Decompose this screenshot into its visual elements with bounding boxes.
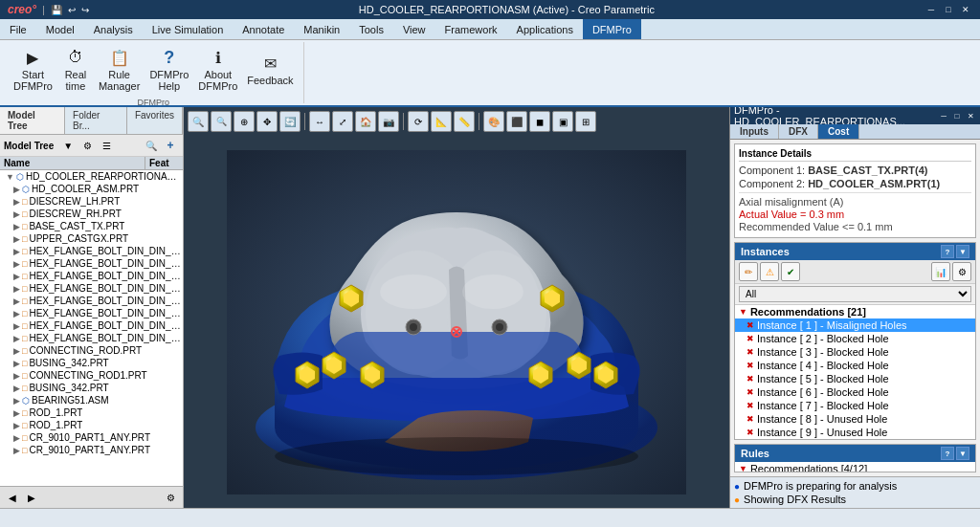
inst-warning-btn[interactable]: ⚠ [760,262,779,281]
tree-item[interactable]: ▶ ⬡ HD_COOLER_ASM.PRT [0,183,183,195]
tree-item[interactable]: ▶ □ ROD_1.PRT [0,406,183,419]
tree-item[interactable]: ▶ □ HEX_FLANGE_BOLT_DIN_DIN_6-5242.PRT [0,307,183,319]
menu-analysis[interactable]: Analysis [84,19,143,39]
rules-help-btn[interactable]: ? [941,447,954,460]
instances-group-header[interactable]: ▼ Recommendations [21] [735,305,975,318]
model-tree[interactable]: ▼ ⬡ HD_COOLER_REARPORTIONASM.ASM ▶ ⬡ HD_… [0,170,183,486]
rules-list[interactable]: ▼ Recommendations [4/12] ▼ Critical [3/1… [735,462,975,472]
expand-tree-btn[interactable]: ▼ [59,137,77,154]
tree-item[interactable]: ▶ □ HEX_FLANGE_BOLT_DIN_DIN_6-5242.PRT [0,245,183,257]
vp-home[interactable]: 🏠 [355,111,376,132]
instances-filter-select[interactable]: All Critical High Medium Low [739,286,971,302]
maximize-btn[interactable]: □ [942,3,955,16]
inst-check-btn[interactable]: ✔ [781,262,800,281]
dfmpro-minimize[interactable]: ─ [938,110,949,121]
tree-item[interactable]: ▶ □ BASE_CAST_TX.PRT [0,220,183,232]
tab-folder-browser[interactable]: Folder Br... [65,107,127,134]
instance-item-1[interactable]: ✖ Instance [ 1 ] - Misaligned Holes [735,318,975,332]
tab-inputs[interactable]: Inputs [730,124,779,139]
instance-item-2[interactable]: ✖ Instance [ 2 ] - Blocked Hole [735,332,975,345]
inst-pencil-btn[interactable]: ✏ [739,262,758,281]
quick-access-redo[interactable]: ↪ [81,5,89,15]
vp-zoom-fit[interactable]: ⊕ [234,111,255,132]
tree-settings-btn[interactable]: ⚙ [78,137,96,154]
instance-item-9[interactable]: ✖ Instance [ 9 ] - Unused Hole [735,426,975,439]
tree-item[interactable]: ▶ □ HEX_FLANGE_BOLT_DIN_DIN_6-5257.PRT [0,332,183,344]
tree-item[interactable]: ▶ □ ROD_1.PRT [0,419,183,431]
tree-item[interactable]: ▼ ⬡ HD_COOLER_REARPORTIONASM.ASM [0,170,183,183]
tree-item[interactable]: ▶ □ HEX_FLANGE_BOLT_DIN_DIN_6-5242.PRT [0,257,183,270]
rules-config-btn[interactable]: ▼ [956,447,969,460]
dfmpro-close[interactable]: ✕ [965,110,976,121]
tree-item[interactable]: ▶ □ BUSING_342.PRT [0,382,183,394]
ribbon-btn-about[interactable]: ℹ About DFMPro [194,44,241,94]
lp-bottom-btn2[interactable]: ▶ [23,489,40,506]
tree-item[interactable]: ▶ □ DIESCREW_RH.PRT [0,208,183,220]
instance-item-5[interactable]: ✖ Instance [ 5 ] - Blocked Hole [735,372,975,385]
menu-applications[interactable]: Applications [507,19,583,39]
tree-item[interactable]: ▶ □ UPPER_CASTGX.PRT [0,232,183,245]
instance-item-3[interactable]: ✖ Instance [ 3 ] - Blocked Hole [735,345,975,359]
instances-list[interactable]: ▼ Recommendations [21] ✖ Instance [ 1 ] … [735,305,975,439]
tab-cost[interactable]: Cost [818,124,859,139]
vp-camera[interactable]: 📷 [378,111,399,132]
tree-item[interactable]: ▶ □ BUSING_342.PRT [0,357,183,369]
vp-rotate[interactable]: 🔄 [279,111,301,132]
tree-item[interactable]: ▶ □ CONNECTING_ROD.PRT [0,344,183,357]
instance-item-7[interactable]: ✖ Instance [ 7 ] - Blocked Hole [735,399,975,412]
ribbon-btn-realtime[interactable]: ⏱ Real time [58,44,93,94]
ribbon-btn-start[interactable]: ▶ Start DFMPro [10,44,56,94]
vp-measure[interactable]: 📐 [431,111,452,132]
tree-item[interactable]: ▶ □ CR_9010_PART1_ANY.PRT [0,431,183,444]
inst-settings-btn[interactable]: ⚙ [952,262,971,281]
inst-export-btn[interactable]: 📊 [931,262,950,281]
tree-item[interactable]: ▶ □ HEX_FLANGE_BOLT_DIN_DIN_6-5242.PRT [0,270,183,282]
menu-model[interactable]: Model [36,19,84,39]
minimize-btn[interactable]: ─ [924,3,938,16]
tree-filter-btn[interactable]: ☰ [98,137,115,154]
instance-item-8[interactable]: ✖ Instance [ 8 ] - Unused Hole [735,412,975,426]
tree-item[interactable]: ▶ □ HEX_FLANGE_BOLT_DIN_DIN_6-5242.PRT [0,282,183,295]
viewport[interactable]: 🔍 🔍 ⊕ ✥ 🔄 ↔ ⤢ 🏠 📷 ⟳ 📐 📏 🎨 ⬛ ◼ ▣ ⊞ [184,107,729,508]
tree-item[interactable]: ▶ □ HEX_FLANGE_BOLT_DIN_DIN_6-5257.PRT [0,319,183,332]
menu-dfmpro[interactable]: DFMPro [583,19,641,39]
lp-bottom-settings[interactable]: ⚙ [162,489,179,506]
tree-item[interactable]: ▶ □ CR_9010_PART1_ANY.PRT [0,444,183,456]
menu-live-simulation[interactable]: Live Simulation [143,19,234,39]
rule-recommendations[interactable]: ▼ Recommendations [4/12] [735,462,975,472]
vp-grid[interactable]: ⊞ [575,111,596,132]
instances-help-btn[interactable]: ? [941,245,954,258]
vp-wireframe[interactable]: ⬛ [506,111,527,132]
vp-zoom-in[interactable]: 🔍 [188,111,209,132]
vp-zoom-out[interactable]: 🔍 [211,111,232,132]
vp-view2[interactable]: ⤢ [332,111,353,132]
vp-dimension[interactable]: 📏 [454,111,475,132]
menu-manikin[interactable]: Manikin [294,19,349,39]
vp-shaded2[interactable]: ▣ [552,111,573,132]
vp-view1[interactable]: ↔ [309,111,330,132]
tree-item[interactable]: ▶ □ DIESCREW_LH.PRT [0,195,183,208]
instances-config-btn[interactable]: ▼ [956,245,969,258]
quick-access-undo[interactable]: ↩ [68,5,76,15]
instance-item-4[interactable]: ✖ Instance [ 4 ] - Blocked Hole [735,359,975,372]
quick-access-save[interactable]: 💾 [51,5,62,15]
dfmpro-maximize[interactable]: □ [951,110,963,121]
close-btn[interactable]: ✕ [959,3,972,16]
tree-item[interactable]: ▶ □ HEX_FLANGE_BOLT_DIN_DIN_6-5242.PRT [0,295,183,307]
tab-dfx[interactable]: DFX [779,124,818,139]
lp-bottom-btn1[interactable]: ◀ [4,489,21,506]
vp-pan[interactable]: ✥ [256,111,278,132]
tree-search-btn[interactable]: 🔍 [143,137,160,154]
menu-annotate[interactable]: Annotate [233,19,294,39]
tab-model-tree[interactable]: Model Tree [0,107,65,134]
menu-framework[interactable]: Framework [435,19,507,39]
menu-file[interactable]: File [0,19,36,39]
tree-item[interactable]: ▶ ⬡ BEARING51.ASM [0,394,183,406]
vp-reset[interactable]: ⟳ [408,111,429,132]
tree-item[interactable]: ▶ □ CONNECTING_ROD1.PRT [0,369,183,382]
menu-tools[interactable]: Tools [349,19,393,39]
ribbon-btn-help[interactable]: ? DFMPro Help [145,44,192,94]
instance-item-6[interactable]: ✖ Instance [ 6 ] - Blocked Hole [735,385,975,399]
tab-favorites[interactable]: Favorites [127,107,183,134]
vp-color[interactable]: 🎨 [483,111,504,132]
